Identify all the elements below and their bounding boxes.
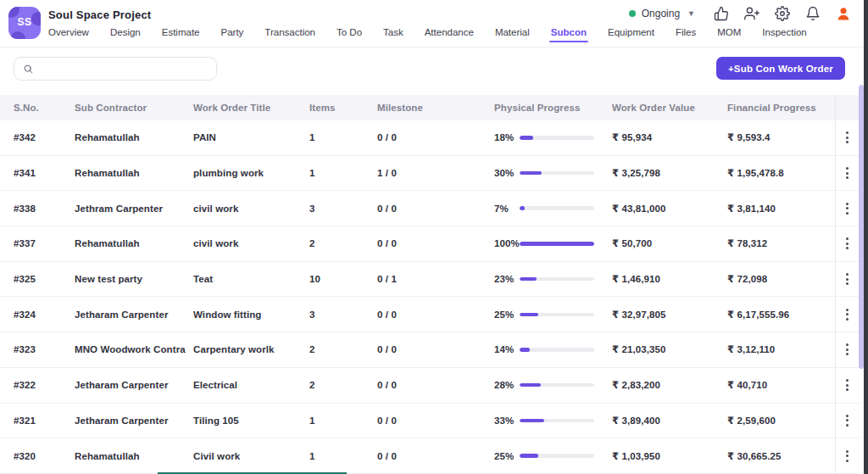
tab-party[interactable]: Party: [221, 27, 244, 42]
kebab-menu-icon[interactable]: [841, 129, 854, 146]
progress-percent-label: 30%: [494, 168, 520, 178]
tab-inspection[interactable]: Inspection: [762, 27, 806, 42]
row-financial-progress: ₹ 78,312: [727, 237, 835, 249]
table-row[interactable]: #320 Rehamatullah Civil work 1 0 / 0 25%…: [0, 438, 860, 474]
row-sno: #324: [14, 309, 75, 320]
table-row[interactable]: #341 Rehamatullah plumbing work 1 1 / 0 …: [0, 156, 860, 192]
progress-bar-fill: [520, 383, 541, 388]
row-work-order-value: ₹ 32,97,805: [612, 309, 727, 321]
row-physical-progress: 33%: [494, 415, 612, 426]
row-physical-progress: 100%: [494, 238, 612, 248]
tab-material[interactable]: Material: [495, 27, 530, 42]
progress-bar: [520, 419, 594, 423]
subcon-page: SS Soul Space Project Overview Design Es…: [0, 0, 868, 474]
row-financial-progress: ₹ 2,59,600: [727, 415, 835, 427]
table-row[interactable]: #323 MNO Woodwork Contra Carpentary worl…: [0, 332, 860, 368]
progress-bar: [520, 206, 594, 210]
table-row[interactable]: #338 Jethram Carpenter civil work 3 0 / …: [0, 191, 860, 226]
project-logo[interactable]: SS: [8, 7, 41, 39]
add-subcon-work-order-button[interactable]: +Sub Con Work Order: [716, 57, 845, 80]
thumbs-up-icon[interactable]: [713, 6, 729, 22]
progress-percent-label: 18%: [494, 132, 520, 142]
kebab-menu-icon[interactable]: [841, 448, 854, 465]
row-milestone: 0 / 0: [377, 451, 494, 461]
table-row[interactable]: #322 Jetharam Carpenter Electrical 2 0 /…: [0, 368, 860, 404]
tab-transaction[interactable]: Transaction: [264, 27, 315, 42]
kebab-menu-icon[interactable]: [841, 270, 854, 287]
row-sub-contractor: Rehamatullah: [75, 451, 193, 461]
progress-percent-label: 25%: [494, 309, 520, 320]
kebab-menu-icon[interactable]: [841, 200, 854, 217]
avatar-icon[interactable]: [835, 5, 852, 22]
row-items: 2: [309, 238, 377, 248]
table-row[interactable]: #337 Rehamatullah civil work 2 0 / 0 100…: [0, 226, 860, 262]
table-row[interactable]: #342 Rehamatullah PAIN 1 0 / 0 18% ₹ 95,…: [0, 120, 860, 156]
row-physical-progress: 14%: [494, 344, 612, 354]
column-header-items: Items: [309, 103, 377, 113]
search-box[interactable]: [14, 57, 217, 81]
project-status-dropdown[interactable]: Ongoing ▼: [629, 8, 695, 20]
kebab-menu-icon[interactable]: [841, 306, 854, 323]
progress-bar: [520, 242, 594, 246]
progress-bar: [520, 277, 594, 282]
table-row[interactable]: #321 Jetharam Carpenter Tiling 105 1 0 /…: [0, 404, 860, 439]
tab-attendance[interactable]: Attendance: [425, 27, 474, 42]
progress-bar-fill: [520, 171, 542, 176]
tab-mom[interactable]: MOM: [717, 27, 741, 42]
tab-equipment[interactable]: Equipment: [608, 27, 654, 42]
tab-overview[interactable]: Overview: [48, 27, 89, 42]
kebab-menu-icon[interactable]: [841, 341, 854, 358]
progress-percent-label: 14%: [494, 344, 520, 354]
row-physical-progress: 23%: [494, 274, 612, 284]
row-milestone: 1 / 0: [377, 168, 494, 178]
row-sub-contractor: Rehamatullah: [75, 168, 193, 178]
row-sub-contractor: Jetharam Carpenter: [75, 415, 193, 426]
tab-to-do[interactable]: To Do: [337, 27, 362, 42]
kebab-menu-icon[interactable]: [841, 376, 854, 393]
action-column-divider: [835, 95, 836, 474]
row-work-order-title: Window fitting: [193, 309, 309, 320]
window-edge: [864, 0, 868, 474]
row-milestone: 0 / 0: [377, 204, 494, 214]
kebab-menu-icon[interactable]: [841, 412, 854, 429]
row-financial-progress: ₹ 40,710: [727, 379, 835, 391]
table-row[interactable]: #325 New test party Teat 10 0 / 1 23% ₹ …: [0, 262, 860, 298]
progress-bar-fill: [520, 277, 537, 282]
table-row[interactable]: #324 Jetharam Carpenter Window fitting 3…: [0, 297, 860, 332]
tab-design[interactable]: Design: [110, 27, 141, 42]
column-header-work-order-value: Work Order Value: [612, 103, 727, 113]
header-actions: Ongoing ▼: [629, 5, 852, 22]
row-sub-contractor: Rehamatullah: [75, 132, 193, 142]
row-physical-progress: 18%: [494, 132, 612, 142]
tab-estimate[interactable]: Estimate: [162, 27, 200, 42]
progress-bar-fill: [520, 313, 538, 317]
column-header-physical-progress: Physical Progress: [494, 103, 612, 113]
column-header-work-order-title: Work Order Title: [193, 103, 309, 113]
row-work-order-title: PAIN: [193, 132, 309, 142]
bell-icon[interactable]: [804, 6, 821, 22]
user-plus-icon[interactable]: [743, 6, 760, 22]
row-action-cell: [835, 448, 860, 465]
status-label: Ongoing: [642, 8, 680, 20]
row-physical-progress: 30%: [494, 168, 612, 178]
progress-bar: [520, 171, 594, 176]
row-sno: #325: [14, 274, 75, 284]
row-work-order-value: ₹ 95,934: [612, 131, 727, 143]
row-items: 3: [309, 204, 377, 214]
row-sno: #341: [14, 168, 75, 178]
row-work-order-value: ₹ 21,03,350: [612, 343, 727, 355]
kebab-menu-icon[interactable]: [841, 165, 854, 181]
tab-files[interactable]: Files: [676, 27, 696, 42]
column-header-financial-progress: Financial Progress: [727, 103, 835, 113]
row-milestone: 0 / 0: [377, 238, 494, 248]
search-input[interactable]: [34, 58, 216, 80]
column-header-sub-contractor: Sub Contractor: [75, 103, 193, 113]
row-milestone: 0 / 0: [377, 309, 494, 320]
tab-subcon[interactable]: Subcon: [551, 27, 587, 42]
row-sno: #323: [14, 344, 75, 354]
tab-task[interactable]: Task: [383, 27, 403, 42]
kebab-menu-icon[interactable]: [841, 235, 854, 252]
row-work-order-title: plumbing work: [193, 168, 309, 178]
gear-icon[interactable]: [774, 6, 790, 22]
row-items: 2: [309, 380, 377, 390]
